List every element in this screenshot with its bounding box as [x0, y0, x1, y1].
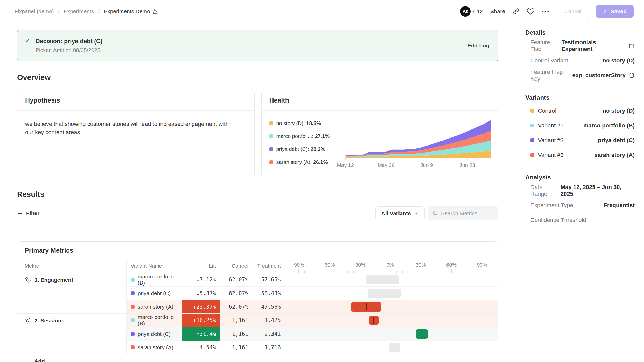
search-metrics-box [428, 206, 498, 220]
plus-icon [25, 358, 31, 362]
metric-cell[interactable]: 1. Engagement [17, 273, 126, 313]
x-axis-label: Jun 23 [460, 162, 475, 168]
saved-button[interactable]: ✓ Saved [596, 5, 634, 18]
lift-value: ↑31.4% [182, 327, 220, 341]
breadcrumb-current[interactable]: Experiments Demo [104, 8, 158, 15]
lift-axis-ruler [284, 269, 498, 273]
health-title: Health [262, 90, 498, 111]
divider [17, 228, 498, 228]
metrics-table-header-right: Variant Name Lift Control Treatment 90%6… [126, 259, 498, 273]
details-sidebar: Details Feature Flag Testimonials Experi… [515, 23, 644, 362]
treatment-value: 1,425 [252, 314, 284, 327]
copy-link-button[interactable] [513, 8, 520, 15]
metric-variant-row[interactable]: marco portfolio (B)↓7.12%62.07%57.65% [127, 273, 498, 286]
feature-flag-key: exp_customerStory [572, 72, 635, 79]
column-header-variant: Variant Name [127, 259, 182, 273]
add-metric-button[interactable]: Add [17, 354, 498, 362]
edit-log-button[interactable]: Edit Log [467, 42, 489, 49]
lift-value: ↑4.54% [182, 341, 220, 354]
x-axis-label: May 12 [337, 162, 354, 168]
control-value: 1,161 [220, 314, 252, 327]
add-filter-button[interactable]: Filter [17, 210, 39, 216]
axis-tick [286, 271, 286, 273]
breadcrumb-project[interactable]: Fixpanel {demo} [15, 8, 54, 15]
link-icon [513, 8, 520, 15]
treatment-value: 47.56% [252, 300, 284, 313]
metric-variant-row[interactable]: sarah story (A)↓23.37%62.07%47.56% [127, 300, 498, 313]
favorite-button[interactable] [527, 8, 534, 15]
variant-left: Variant #3 [530, 152, 564, 158]
variant-name: priya debt (C) [138, 331, 171, 337]
variant-swatch [131, 345, 135, 349]
variant-color-chip [530, 109, 534, 113]
metric-variant-row[interactable]: marco portfolio (B)↓16.25%1,1611,425 [127, 314, 498, 327]
external-link-icon[interactable] [629, 43, 635, 49]
variant-name: priya debt (C) [138, 290, 171, 296]
breadcrumb: Fixpanel {demo} / Experiments / Experime… [15, 8, 158, 15]
metric-variant-row[interactable]: sarah story (A)↑4.54%1,1611,716 [127, 341, 498, 354]
detail-value: exp_customerStory [572, 72, 626, 79]
primary-metrics-title: Primary Metrics [17, 242, 498, 259]
lift-marker [422, 331, 422, 337]
detail-value: Testimonials Experiment [562, 39, 626, 53]
feature-flag-link[interactable]: Testimonials Experiment [562, 39, 635, 53]
breadcrumb-experiments[interactable]: Experiments [64, 8, 94, 15]
axis-tick [335, 271, 335, 273]
treatment-value: 1,716 [252, 341, 284, 354]
clipboard-copy-icon[interactable] [629, 72, 635, 78]
variant-name: marco portfolio (B) [138, 273, 182, 286]
axis-tick [390, 269, 390, 273]
lift-value: ↓5.87% [182, 287, 220, 300]
microscope-icon [152, 8, 158, 15]
analysis-label: Confidence Threshold [530, 217, 586, 223]
legend-label: marco portfoli...: 27.1% [276, 133, 330, 139]
chevron-down-icon [414, 211, 419, 216]
collaborators[interactable]: Ak + 12 [460, 6, 483, 17]
breadcrumb-separator: / [98, 8, 100, 15]
search-metrics-input[interactable] [441, 210, 494, 216]
variants-dropdown-value: All Variants [381, 210, 411, 216]
analysis-heading: Analysis [525, 174, 635, 181]
variant-swatch [131, 291, 135, 295]
lift-axis-label: 90% [477, 262, 487, 268]
metric-target-icon [24, 317, 31, 324]
axis-tick [317, 271, 317, 273]
decision-banner-texts: Decision: priya debt (C) Picker, Amit on… [36, 38, 467, 53]
lift-axis-label: -30% [353, 262, 366, 268]
variant-row-1: Variant #1 marco portfolio (B) [525, 118, 635, 133]
more-options-button[interactable]: ••• [542, 8, 550, 15]
variant-label: Variant #3 [538, 152, 564, 158]
lift-marker [383, 276, 383, 283]
variant-row-control: Control no story (D) [525, 103, 635, 118]
lift-axis-label: -60% [323, 262, 335, 268]
avatar[interactable]: Ak [460, 6, 471, 17]
variant-swatch [131, 305, 135, 309]
variant-label: Control [538, 107, 556, 114]
lift-marker [395, 344, 395, 351]
zero-line [390, 314, 390, 327]
column-header-lift: Lift [182, 259, 220, 273]
metric-name: 2. Sessions [34, 317, 65, 324]
variants-dropdown[interactable]: All Variants [375, 206, 425, 220]
lift-axis-header: 90%60%30%0%-30%-60%-90% [284, 259, 498, 273]
lift-axis-label: 30% [416, 262, 426, 268]
metric-variant-row[interactable]: priya debt (C)↑31.4%1,1612,341 [127, 327, 498, 341]
health-x-axis: May 12May 26Jun 9Jun 23 [344, 161, 492, 169]
axis-tick [396, 271, 397, 273]
share-button[interactable]: Share [490, 8, 505, 15]
health-card: Health no story (D): 18.5%marco portfoli… [261, 90, 499, 177]
metric-variant-row[interactable]: priya debt (C)↓5.87%62.07%58.43% [127, 286, 498, 300]
axis-tick [421, 269, 421, 273]
metric-group: 1. Engagementmarco portfolio (B)↓7.12%62… [17, 273, 498, 314]
axis-tick [451, 269, 452, 273]
variant-value: priya debt (C) [598, 137, 635, 144]
cancel-button[interactable]: Cancel [557, 5, 589, 18]
x-axis-label: Jun 9 [420, 162, 433, 168]
legend-color-chip [269, 160, 273, 164]
zero-line [390, 327, 390, 341]
treatment-value: 57.65% [252, 273, 284, 286]
control-value: 62.07% [220, 273, 252, 286]
metric-cell[interactable]: 2. Sessions [17, 314, 126, 354]
detail-row-feature-flag: Feature Flag Testimonials Experiment [525, 38, 635, 53]
main-content: ✓ Decision: priya debt (C) Picker, Amit … [0, 23, 515, 362]
